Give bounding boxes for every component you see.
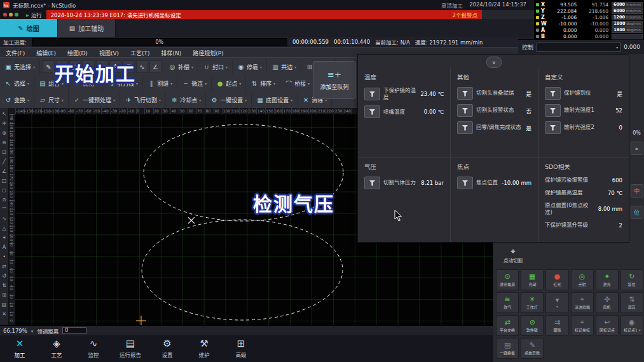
- menu-edit[interactable]: 编辑(E): [31, 49, 62, 57]
- tb-row2-0[interactable]: ↖选择: [0, 76, 34, 91]
- measure-icon[interactable]: ∠: [149, 60, 161, 73]
- arc-tool-icon[interactable]: ⌒: [1, 204, 8, 214]
- curve-icon[interactable]: ∿: [136, 60, 148, 73]
- edge-button-locate[interactable]: 位: [631, 206, 643, 219]
- collapse-panel-button[interactable]: ∨: [486, 57, 502, 68]
- delete-tool-icon[interactable]: ✕: [1, 309, 8, 319]
- height-adjust-button[interactable]: ⇅调高: [620, 292, 643, 313]
- jog-cut-button[interactable]: ⌖ 点动切割: [498, 245, 528, 266]
- group-tool-icon[interactable]: ▤: [1, 300, 8, 309]
- edge-button-center[interactable]: 中: [631, 184, 643, 198]
- height-adjust-button-icon: ⇅: [629, 296, 634, 303]
- alarm-banner[interactable]: 2024-10-24 13:23:39 E017: 请先进行机械坐标设定 2个报…: [46, 10, 482, 19]
- nav-monitor[interactable]: ∿监控: [76, 339, 111, 358]
- platform-exchange-button[interactable]: ⇄平台交换: [496, 315, 519, 336]
- move-tool-icon[interactable]: ⇅: [1, 281, 8, 290]
- select-arrow-icon[interactable]: ↖: [1, 109, 8, 119]
- tb-row1-0[interactable]: ◎补偿: [164, 59, 198, 74]
- tb-row3-4[interactable]: ❄冷却点: [166, 92, 206, 107]
- fan-button[interactable]: ✣风机: [596, 292, 619, 313]
- work-light-button[interactable]: ☀工作灯: [521, 292, 544, 313]
- expand-panel-button[interactable]: »: [631, 142, 643, 155]
- spline-tool-icon[interactable]: ∿: [1, 214, 8, 224]
- software-lock-button[interactable]: ⊘软件锁: [521, 315, 544, 336]
- tab-draw[interactable]: ✎绘图: [0, 19, 58, 37]
- nav-advanced[interactable]: ⊞高级: [224, 339, 258, 358]
- tb-row1-2[interactable]: ◉停靠: [233, 59, 267, 74]
- reset-button[interactable]: ↻复位: [620, 269, 643, 290]
- mark-coord-button[interactable]: ⌖标记坐标: [571, 315, 594, 336]
- tb-row2-6[interactable]: ●起点: [212, 76, 246, 91]
- polygon-tool-icon[interactable]: △: [1, 224, 8, 233]
- menu-path[interactable]: 路径规划(P): [187, 49, 229, 57]
- chevron-down-icon[interactable]: [31, 328, 34, 334]
- menu-nest[interactable]: 排样(N): [156, 49, 188, 57]
- point-teach-button[interactable]: ✎点放示教: [521, 338, 544, 359]
- follow-button[interactable]: ⇉跟随: [545, 315, 568, 336]
- progress-row: 加工进度: 0% 00:00:00.559 00:01:10.440 当前加工:…: [0, 37, 534, 47]
- tb-row2-7[interactable]: ⇅排序: [246, 76, 280, 91]
- tb-row3-0[interactable]: ↺变换: [0, 92, 34, 107]
- nav-settings[interactable]: ⚙设置: [150, 339, 184, 358]
- rect-tool-icon[interactable]: □: [1, 176, 8, 185]
- nav-report[interactable]: ▤运行报告: [113, 339, 147, 358]
- menu-file[interactable]: 文件(F): [0, 49, 31, 57]
- zoom-in-icon[interactable]: ⊕: [1, 128, 8, 138]
- point-tool-icon[interactable]: •: [1, 252, 8, 262]
- status-dot-yellow[interactable]: [9, 13, 13, 17]
- blow-air-button[interactable]: ≋吹气: [496, 292, 519, 313]
- status-section-3: 气压切割气体压力8.21 bar: [358, 158, 451, 242]
- fit-view-icon[interactable]: ⊡: [1, 147, 8, 157]
- tb-row3-6[interactable]: ▦底图设置: [252, 92, 298, 107]
- run-button[interactable]: 运行: [22, 11, 46, 18]
- polyline-icon[interactable]: ∠: [1, 166, 8, 176]
- tb-row2-8[interactable]: ⌒桥接: [280, 76, 315, 91]
- spot-shot-button[interactable]: ◎点射: [571, 269, 594, 290]
- laser-power-button[interactable]: ⊙激光电源: [496, 269, 519, 290]
- menu-draw[interactable]: 绘图(D): [62, 49, 93, 57]
- rotate-tool-icon[interactable]: ↺: [1, 271, 8, 281]
- one-key-plate-button[interactable]: ▤一键换板: [496, 338, 519, 359]
- shutter-button[interactable]: ▦光闸: [521, 269, 544, 290]
- text-tool-icon[interactable]: A: [1, 243, 8, 252]
- laser-button[interactable]: ✦激光: [596, 269, 619, 290]
- mark-point-1-button[interactable]: ◉标记点1: [620, 315, 643, 336]
- pencil-icon[interactable]: ✎: [43, 60, 55, 73]
- follow-distance-input[interactable]: 0: [62, 327, 86, 334]
- add-to-queue-button[interactable]: ≡+ 添加至队列: [313, 61, 356, 99]
- circle-tool-icon[interactable]: ○: [1, 185, 8, 195]
- control-combo[interactable]: [537, 43, 620, 52]
- array-tool-icon[interactable]: ⊞: [1, 290, 8, 300]
- tab-assist[interactable]: ▤加工辅助: [58, 19, 116, 37]
- status-dot-green[interactable]: [15, 13, 18, 17]
- status-dot-red[interactable]: [3, 13, 7, 17]
- alarm-count-badge[interactable]: 2个报警点: [453, 11, 477, 18]
- gas-select-button[interactable]: ▾: [545, 292, 568, 313]
- tb-row1-1[interactable]: ∪封口: [198, 59, 233, 74]
- red-light-button[interactable]: ●红光: [545, 269, 568, 290]
- pan-icon[interactable]: ✛: [1, 119, 8, 128]
- mouse-cursor: [394, 210, 403, 222]
- shape-ellipse-1[interactable]: [142, 220, 343, 320]
- tb-row3-2[interactable]: ✓一键预处理: [69, 92, 120, 107]
- tb-row3-1[interactable]: ▱尺寸: [34, 92, 69, 107]
- star-tool-icon[interactable]: ✶: [1, 233, 8, 243]
- menu-craft[interactable]: 工艺(T): [125, 49, 156, 57]
- no-select-button[interactable]: ▣ 无选择: [0, 59, 40, 74]
- zoom-out-icon[interactable]: ⊖: [1, 138, 8, 147]
- line-icon[interactable]: ╱: [1, 157, 8, 166]
- menu-view[interactable]: 视图(V): [93, 49, 125, 57]
- tb-row3-3[interactable]: ✈飞行切割: [120, 92, 166, 107]
- nav-maintain[interactable]: ⚒维护: [187, 339, 221, 358]
- clean-nozzle-button[interactable]: ⌖清洁喷嘴: [571, 292, 594, 313]
- nav-process[interactable]: ✕加工: [3, 339, 37, 358]
- mirror-tool-icon[interactable]: ⇄: [1, 262, 8, 271]
- ellipse-tool-icon[interactable]: ⊙: [1, 195, 8, 204]
- toolbar-row-2: ↖选择▤组合✦优化↘引刀线∥割缝┄微连●起点⇅排序⌒桥接: [0, 75, 315, 91]
- tb-row2-5[interactable]: ┄微连: [177, 76, 212, 91]
- nav-craft[interactable]: ◈工艺: [39, 339, 74, 358]
- return-mark-button[interactable]: ↩回标记点: [596, 315, 619, 336]
- tb-row3-5[interactable]: ⚙一键设置: [206, 92, 252, 107]
- tb-row1-3[interactable]: ▥共边: [267, 59, 301, 74]
- tb-row2-4[interactable]: ∥割缝: [143, 76, 177, 91]
